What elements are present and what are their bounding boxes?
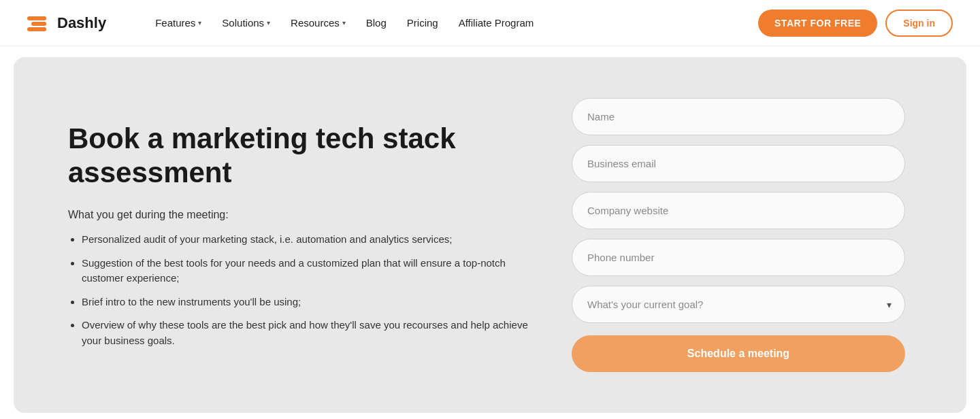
svg-rect-1 [31, 22, 46, 26]
meeting-info-label: What you get during the meeting: [68, 209, 531, 221]
hero-title: Book a marketing tech stack assessment [68, 122, 531, 190]
nav-item-solutions[interactable]: Solutions ▾ [214, 12, 278, 34]
list-item: Brief intro to the new instruments you'l… [82, 295, 531, 310]
sign-in-button[interactable]: Sign in [885, 10, 953, 37]
name-input[interactable] [572, 98, 905, 135]
chevron-down-icon: ▾ [267, 19, 270, 27]
nav-item-features[interactable]: Features ▾ [147, 12, 210, 34]
goal-select[interactable]: What's your current goal? Increase conve… [572, 286, 905, 323]
list-item: Personalized audit of your marketing sta… [82, 232, 531, 248]
booking-form: What's your current goal? Increase conve… [572, 98, 905, 372]
phone-input[interactable] [572, 239, 905, 276]
svg-rect-2 [27, 27, 46, 31]
nav-item-blog[interactable]: Blog [358, 12, 395, 34]
list-item: Overview of why these tools are the best… [82, 318, 531, 348]
hero-section: Book a marketing tech stack assessment W… [14, 57, 966, 413]
dashly-logo-icon [27, 14, 52, 33]
nav-actions: START FOR FREE Sign in [758, 10, 953, 37]
nav-links: Features ▾ Solutions ▾ Resources ▾ Blog … [147, 12, 758, 34]
schedule-meeting-button[interactable]: Schedule a meeting [572, 335, 905, 372]
website-input[interactable] [572, 192, 905, 229]
nav-item-resources[interactable]: Resources ▾ [282, 12, 354, 34]
nav-item-affiliate[interactable]: Affiliate Program [451, 12, 542, 34]
chevron-down-icon: ▾ [198, 19, 201, 27]
bullet-list: Personalized audit of your marketing sta… [68, 232, 531, 348]
goal-select-wrapper: What's your current goal? Increase conve… [572, 286, 905, 323]
list-item: Suggestion of the best tools for your ne… [82, 256, 531, 286]
navbar: Dashly Features ▾ Solutions ▾ Resources … [0, 0, 980, 46]
nav-item-pricing[interactable]: Pricing [399, 12, 446, 34]
email-input[interactable] [572, 145, 905, 182]
svg-rect-0 [27, 16, 46, 20]
logo-text: Dashly [57, 14, 106, 32]
logo[interactable]: Dashly [27, 14, 106, 33]
chevron-down-icon: ▾ [342, 19, 346, 27]
hero-left-content: Book a marketing tech stack assessment W… [68, 122, 531, 349]
start-for-free-button[interactable]: START FOR FREE [758, 10, 877, 37]
